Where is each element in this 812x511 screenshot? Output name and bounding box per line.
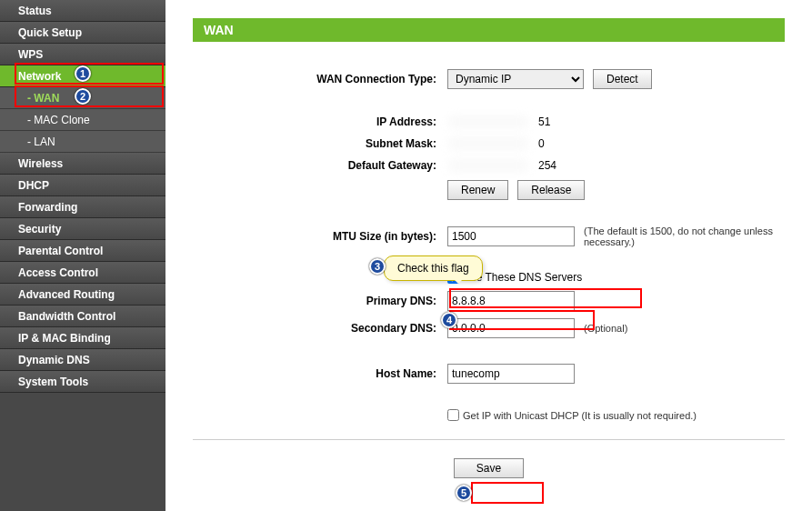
main-content: WAN WAN Connection Type: Dynamic IP Dete… — [165, 0, 812, 511]
conn-type-label: WAN Connection Type: — [193, 73, 447, 85]
sidebar-item-parental[interactable]: Parental Control — [0, 240, 165, 262]
sidebar-item-quicksetup[interactable]: Quick Setup — [0, 22, 165, 44]
mask-value: 0 — [538, 137, 545, 150]
host-label: Host Name: — [193, 367, 447, 380]
sdns-hint: (Optional) — [584, 323, 627, 334]
unicast-label: Get IP with Unicast DHCP (It is usually … — [463, 410, 697, 421]
sidebar-item-ipmac[interactable]: IP & MAC Binding — [0, 327, 165, 349]
page-title: WAN — [193, 18, 785, 42]
annotation-badge-4: 4 — [441, 312, 457, 328]
annotation-badge-3: 3 — [369, 258, 386, 275]
unicast-checkbox[interactable] — [447, 409, 459, 421]
ip-label: IP Address: — [193, 115, 447, 128]
save-button[interactable]: Save — [454, 458, 524, 478]
sidebar-item-security[interactable]: Security — [0, 218, 165, 240]
sidebar-item-bandwidth[interactable]: Bandwidth Control — [0, 306, 165, 327]
ip-masked — [447, 115, 529, 129]
host-input[interactable] — [447, 364, 575, 384]
sidebar-item-wps[interactable]: WPS — [0, 44, 165, 65]
sidebar-item-dhcp[interactable]: DHCP — [0, 175, 165, 196]
mtu-label: MTU Size (in bytes): — [193, 230, 447, 243]
sidebar-item-access[interactable]: Access Control — [0, 262, 165, 284]
mtu-hint: (The default is 1500, do not change unle… — [584, 225, 785, 247]
pdns-label: Primary DNS: — [193, 295, 447, 307]
renew-button[interactable]: Renew — [447, 180, 508, 200]
mask-masked — [447, 136, 529, 151]
detect-button[interactable]: Detect — [593, 69, 652, 89]
sdns-label: Secondary DNS: — [193, 322, 447, 335]
sidebar-item-ddns[interactable]: Dynamic DNS — [0, 349, 165, 371]
annotation-badge-5: 5 — [456, 485, 472, 501]
sidebar-sub-macclone[interactable]: - MAC Clone — [0, 109, 165, 131]
sidebar-item-wireless[interactable]: Wireless — [0, 153, 165, 175]
ip-value: 51 — [538, 115, 550, 128]
sidebar-item-advroute[interactable]: Advanced Routing — [0, 284, 165, 306]
annotation-badge-2: 2 — [75, 88, 91, 105]
pdns-input[interactable] — [447, 291, 575, 311]
annotation-badge-1: 1 — [75, 65, 91, 82]
sidebar-sub-lan[interactable]: - LAN — [0, 131, 165, 153]
mask-label: Subnet Mask: — [193, 137, 447, 150]
release-button[interactable]: Release — [517, 180, 585, 200]
conn-type-select[interactable]: Dynamic IP — [447, 69, 584, 89]
mtu-input[interactable] — [447, 226, 575, 246]
sidebar-item-forwarding[interactable]: Forwarding — [0, 196, 165, 218]
gw-masked — [447, 158, 529, 173]
divider — [193, 439, 785, 440]
annotation-tooltip: Check this flag — [384, 256, 483, 281]
gw-value: 254 — [538, 159, 556, 172]
sdns-input[interactable] — [447, 318, 575, 338]
sidebar-item-systools[interactable]: System Tools — [0, 371, 165, 393]
sidebar-item-status[interactable]: Status — [0, 0, 165, 22]
gw-label: Default Gateway: — [193, 159, 447, 172]
